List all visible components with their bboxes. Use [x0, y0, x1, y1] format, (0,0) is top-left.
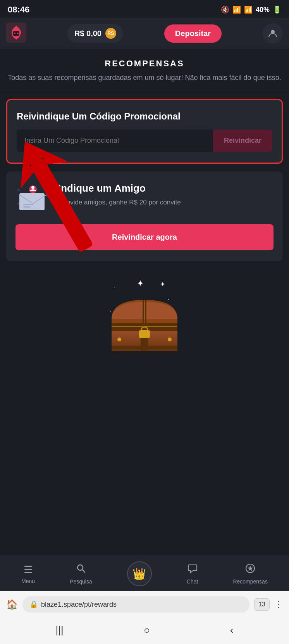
phone-back-icon[interactable]: |||: [56, 624, 64, 636]
refer-card: Indique um Amigo Convide amigos, ganhe R…: [6, 171, 283, 261]
bottom-nav: ☰ Menu Pesquisa 👑 Chat Rec: [0, 555, 289, 591]
nav-center-button[interactable]: 👑: [127, 561, 152, 586]
promo-input-row: Reivindicar: [17, 130, 272, 152]
refer-description: Convide amigos, ganhe R$ 20 por convite: [58, 197, 181, 208]
promo-code-card: Reivindique Um Código Promocional Reivin…: [6, 99, 283, 164]
rs-badge: RS: [105, 28, 116, 39]
battery-icon: 🔋: [273, 5, 281, 14]
svg-point-22: [117, 338, 121, 341]
chat-icon: [188, 563, 198, 576]
crown-icon: 👑: [132, 568, 146, 580]
top-nav: R$ 0,00 RS Depositar: [0, 18, 289, 49]
status-time: 08:46: [8, 5, 29, 15]
svg-point-12: [31, 186, 34, 189]
nav-item-rewards[interactable]: Recompensas: [233, 563, 268, 585]
home-icon[interactable]: 🏠: [6, 599, 18, 610]
svg-line-25: [82, 570, 85, 572]
svg-rect-10: [19, 193, 45, 210]
logo[interactable]: [6, 23, 26, 44]
balance-amount: R$ 0,00: [74, 29, 101, 38]
nav-item-chat[interactable]: Chat: [187, 563, 198, 585]
svg-point-3: [17, 33, 19, 34]
phone-home-icon[interactable]: ○: [144, 624, 150, 636]
url-bar[interactable]: 🔒 blaze1.space/pt/rewards: [22, 596, 249, 613]
treasure-section: ✦ · · · ✦: [6, 269, 283, 362]
page-header: RECOMPENSAS Todas as suas recompensas gu…: [0, 49, 289, 91]
balance-display[interactable]: R$ 0,00 RS: [67, 24, 123, 43]
url-text: blaze1.space/pt/rewards: [41, 601, 117, 609]
treasure-chest-icon: [106, 288, 183, 354]
svg-point-2: [14, 33, 15, 34]
page-subtitle: Todas as suas recompensas guardadas em u…: [8, 73, 281, 83]
nav-item-menu[interactable]: ☰ Menu: [21, 564, 35, 584]
status-bar: 08:46 🔇 📶 📶 40% 🔋: [0, 0, 289, 18]
refer-button[interactable]: Reivindicar agora: [15, 224, 274, 250]
promo-code-input[interactable]: [17, 130, 213, 152]
tab-count[interactable]: 13: [254, 598, 270, 611]
phone-recents-icon[interactable]: ‹: [230, 624, 234, 636]
browser-bar: 🏠 🔒 blaze1.space/pt/rewards 13 ⋮: [0, 591, 289, 618]
svg-rect-13: [23, 204, 33, 205]
profile-button[interactable]: [263, 23, 283, 43]
nav-label-search: Pesquisa: [70, 578, 92, 585]
search-icon: [76, 563, 86, 576]
svg-marker-27: [248, 566, 253, 571]
menu-icon: ☰: [24, 564, 33, 576]
main-content: Reivindique Um Código Promocional Reivin…: [0, 91, 289, 555]
page-title: RECOMPENSAS: [8, 59, 281, 69]
svg-point-7: [17, 189, 20, 191]
deposit-button[interactable]: Depositar: [164, 24, 222, 43]
refer-title: Indique um Amigo: [58, 182, 181, 194]
mute-icon: 🔇: [221, 5, 229, 14]
refer-card-top: Indique um Amigo Convide amigos, ganhe R…: [15, 182, 274, 215]
battery-text: 40%: [256, 6, 270, 14]
nav-label-menu: Menu: [21, 578, 35, 584]
svg-rect-21: [139, 330, 150, 338]
status-icons: 🔇 📶 📶 40% 🔋: [221, 5, 281, 14]
nav-label-chat: Chat: [187, 578, 198, 585]
refer-icon: [15, 182, 50, 215]
nav-label-rewards: Recompensas: [233, 578, 268, 585]
wifi-icon: 📶: [232, 5, 241, 14]
rewards-icon: [245, 563, 255, 576]
lock-icon: 🔒: [29, 600, 38, 609]
browser-menu-icon[interactable]: ⋮: [274, 599, 283, 609]
promo-submit-button[interactable]: Reivindicar: [213, 130, 272, 152]
signal-icon: 📶: [244, 5, 253, 14]
svg-point-23: [168, 338, 172, 341]
refer-text: Indique um Amigo Convide amigos, ganhe R…: [58, 182, 181, 208]
phone-bottom-bar: ||| ○ ‹: [0, 618, 289, 644]
svg-rect-14: [23, 206, 30, 208]
promo-card-title: Reivindique Um Código Promocional: [17, 111, 272, 122]
nav-item-search[interactable]: Pesquisa: [70, 563, 92, 585]
nav-item-center[interactable]: 👑: [127, 561, 152, 586]
